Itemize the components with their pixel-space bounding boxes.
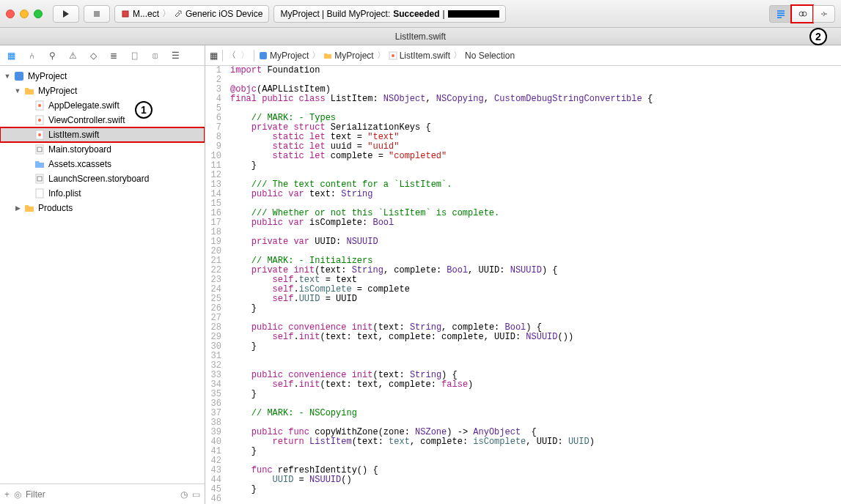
- callout-1: 1: [135, 101, 153, 119]
- filter-icon: ◎: [14, 489, 21, 500]
- assistant-editor-button[interactable]: [791, 5, 813, 23]
- project-tree[interactable]: ▼MyProject▼MyProjectAppDelegate.swiftVie…: [0, 66, 205, 483]
- symbol-navigator-tab[interactable]: ⚲: [45, 49, 59, 62]
- tree-item-products[interactable]: ▶Products: [0, 201, 205, 215]
- scheme-project-label: M...ect: [133, 9, 159, 19]
- debug-navigator-tab[interactable]: ⎕: [128, 49, 141, 62]
- tab-bar: ListItem.swift: [0, 28, 841, 45]
- scm-filter-button[interactable]: ▭: [192, 489, 200, 500]
- navigator-tab-bar: ▦ ⑃ ⚲ ⚠ ◇ ≣ ⎕ ⎅ ☰: [0, 45, 205, 66]
- tree-item-viewcontroller-swift[interactable]: ViewController.swift: [0, 113, 205, 127]
- issue-navigator-tab[interactable]: ◇: [87, 49, 100, 62]
- related-items-icon[interactable]: ▦: [210, 51, 218, 61]
- breadcrumb-myproject[interactable]: MyProject: [323, 51, 373, 61]
- stop-button[interactable]: [84, 5, 110, 23]
- breadcrumbs[interactable]: MyProject〉MyProject〉ListItem.swift〉No Se…: [259, 49, 515, 62]
- chevron-right-icon: 〉: [162, 7, 171, 20]
- breadcrumb-listitem-swift[interactable]: ListItem.swift: [389, 51, 450, 61]
- status-prefix: MyProject | Build MyProject:: [280, 9, 390, 19]
- navigator-sidebar: ▦ ⑃ ⚲ ⚠ ◇ ≣ ⎕ ⎅ ☰ ▼MyProject▼MyProjectAp…: [0, 45, 205, 504]
- status-result: Succeeded: [393, 9, 439, 19]
- filter-input[interactable]: [26, 489, 176, 500]
- find-navigator-tab[interactable]: ⚠: [66, 49, 79, 62]
- breadcrumb-no-selection[interactable]: No Selection: [465, 51, 515, 61]
- hammer-icon: [174, 10, 183, 18]
- add-button[interactable]: +: [4, 489, 10, 500]
- callout-2: 2: [809, 28, 827, 45]
- svg-rect-0: [94, 11, 100, 17]
- svg-rect-4: [15, 72, 23, 81]
- forward-button[interactable]: 〉: [240, 49, 249, 62]
- scheme-selector[interactable]: M...ect 〉 Generic iOS Device: [114, 5, 269, 23]
- run-button[interactable]: [53, 5, 79, 23]
- breadcrumb-myproject[interactable]: MyProject: [259, 51, 309, 61]
- recent-filter-button[interactable]: ◷: [180, 489, 188, 500]
- breakpoint-navigator-tab[interactable]: ⎅: [148, 49, 161, 62]
- tree-item-listitem-swift[interactable]: ListItem.swift: [0, 127, 205, 142]
- source-editor[interactable]: 1234567891011121314151617181920212223242…: [205, 66, 841, 504]
- activity-view[interactable]: MyProject | Build MyProject: Succeeded |: [273, 5, 505, 23]
- svg-point-6: [38, 104, 41, 107]
- editor-mode-group: [769, 5, 835, 23]
- svg-rect-16: [260, 52, 267, 59]
- tab-filename[interactable]: ListItem.swift: [395, 32, 446, 42]
- version-editor-button[interactable]: [813, 5, 835, 23]
- line-gutter: 1234567891011121314151617181920212223242…: [205, 66, 227, 504]
- tree-item-info-plist[interactable]: Info.plist: [0, 186, 205, 201]
- editor-area: ▦ 〈 〉 MyProject〉MyProject〉ListItem.swift…: [205, 45, 841, 504]
- status-redacted: [448, 10, 499, 18]
- main-split: ▦ ⑃ ⚲ ⚠ ◇ ≣ ⎕ ⎅ ☰ ▼MyProject▼MyProjectAp…: [0, 45, 841, 504]
- svg-point-10: [38, 133, 41, 136]
- report-navigator-tab[interactable]: ☰: [169, 49, 182, 62]
- svg-rect-1: [122, 11, 128, 17]
- scheme-icon: [121, 10, 130, 18]
- source-control-navigator-tab[interactable]: ⑃: [25, 49, 38, 62]
- svg-point-8: [38, 119, 41, 122]
- back-button[interactable]: 〈: [227, 49, 236, 62]
- standard-editor-button[interactable]: [769, 5, 791, 23]
- minimize-window-button[interactable]: [20, 10, 29, 18]
- tree-item-appdelegate-swift[interactable]: AppDelegate.swift: [0, 98, 205, 113]
- scheme-device-label: Generic iOS Device: [186, 9, 262, 19]
- test-navigator-tab[interactable]: ≣: [107, 49, 120, 62]
- tree-item-main-storyboard[interactable]: Main.storyboard: [0, 142, 205, 157]
- svg-point-3: [802, 12, 807, 16]
- project-navigator-tab[interactable]: ▦: [4, 49, 18, 62]
- tree-item-myproject[interactable]: ▼MyProject: [0, 69, 205, 84]
- breadcrumb-separator: 〉: [453, 49, 462, 62]
- svg-rect-15: [36, 189, 43, 198]
- svg-point-18: [392, 54, 394, 57]
- maximize-window-button[interactable]: [34, 10, 43, 18]
- window-controls: [6, 10, 43, 18]
- jump-bar[interactable]: ▦ 〈 〉 MyProject〉MyProject〉ListItem.swift…: [205, 45, 841, 66]
- toolbar: M...ect 〉 Generic iOS Device MyProject |…: [0, 0, 841, 28]
- tree-item-myproject[interactable]: ▼MyProject: [0, 84, 205, 98]
- tree-item-launchscreen-storyboard[interactable]: LaunchScreen.storyboard: [0, 171, 205, 186]
- tree-item-assets-xcassets[interactable]: Assets.xcassets: [0, 157, 205, 171]
- breadcrumb-separator: 〉: [377, 49, 386, 62]
- navigator-footer: + ◎ ◷ ▭: [0, 483, 205, 504]
- code-text[interactable]: import Foundation @objc(AAPLListItem)fin…: [227, 66, 841, 504]
- close-window-button[interactable]: [6, 10, 15, 18]
- breadcrumb-separator: 〉: [312, 49, 320, 62]
